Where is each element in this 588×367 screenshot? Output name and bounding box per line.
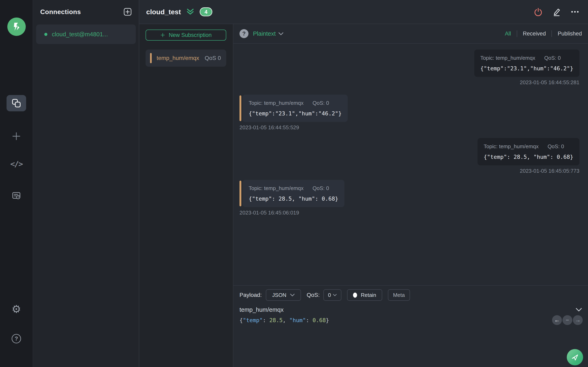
topic-input[interactable]: temp_hum/emqx [240,307,576,313]
message-timestamp: 2023-01-05 16:45:06:019 [240,210,299,216]
topic-row: temp_hum/emqx [240,305,582,314]
message-qos: QoS: 0 [544,55,561,61]
message-payload: {"temp":"23.1","hum":"46.2"} [480,65,573,72]
json-token: { [240,317,243,323]
message-bubble[interactable]: Topic: temp_hum/emqx QoS: 0 {"temp":"23.… [242,95,348,122]
filter-received[interactable]: Received [523,31,546,37]
json-token: 28.5 [269,317,283,323]
connections-panel: Connections cloud_test@m4801... [33,0,139,367]
filter-published[interactable]: Published [558,31,582,37]
json-token: , [283,317,289,323]
connection-status-dot [44,33,47,36]
message-color-bar [240,95,241,121]
message-count-badge: 4 [200,7,212,16]
filter-separator [517,30,517,37]
message-payload: {"temp":"23.1","hum":"46.2"} [249,110,342,117]
message-format-select[interactable]: Plaintext [253,30,283,37]
sidebar-item-connections[interactable] [7,95,26,111]
connection-list-item[interactable]: cloud_test@m4801... [36,25,136,44]
collapse-composer-icon[interactable] [576,308,582,312]
add-connection-button[interactable] [123,8,132,16]
mqttx-logo [7,17,26,36]
message-qos: QoS: 0 [312,185,329,192]
payload-editor[interactable]: {"temp": 28.5, "hum": 0.68} [240,317,582,323]
json-token: 0.68 [312,317,326,323]
message-bubble[interactable]: Topic: temp_hum/emqx QoS: 0 {"temp": 28.… [242,180,345,207]
history-prev-button[interactable]: ← [552,315,562,325]
retain-toggle[interactable]: Retain [347,289,382,301]
payload-format-label: Payload: [240,292,262,298]
message-topic: Topic: temp_hum/emqx [484,143,539,150]
message-list[interactable]: Topic: temp_hum/emqx QoS: 0 {"temp":"23.… [233,44,588,285]
plus-icon [160,33,165,38]
subscriptions-column: New Subscription temp_hum/emqx QoS 0 [139,24,233,367]
sidebar-item-settings[interactable]: ⚙ [12,303,21,315]
send-button[interactable] [567,349,583,365]
retain-dot-icon [353,292,357,298]
message-bubble[interactable]: Topic: temp_hum/emqx QoS: 0 {"temp":"23.… [474,50,579,77]
edit-connection-button[interactable] [552,7,562,17]
message-bubble[interactable]: Topic: temp_hum/emqx QoS: 0 {"temp": 28.… [477,138,579,165]
subscription-qos: QoS 0 [205,55,221,61]
collapse-panel-button[interactable] [186,8,194,16]
payload-format-select[interactable]: JSON [266,289,301,301]
history-clear-button[interactable]: − [562,315,572,325]
new-subscription-button[interactable]: New Subscription [146,30,226,41]
help-icon: ? [15,336,18,342]
subscription-topic: temp_hum/emqx [156,55,201,61]
retain-label: Retain [361,292,376,298]
mqttx-app: </> ⚙ ? Connections clou [0,0,588,367]
message-qos: QoS: 0 [548,143,564,150]
message-qos: QoS: 0 [312,100,329,106]
payload-format-help-icon[interactable]: ? [240,29,249,38]
message-received: Topic: temp_hum/emqx QoS: 0 {"temp":"23.… [240,95,579,131]
history-next-button[interactable]: → [573,315,583,325]
message-payload: {"temp": 28.5, "hum": 0.68} [484,154,573,160]
more-options-button[interactable] [570,7,580,17]
message-published: Topic: temp_hum/emqx QoS: 0 {"temp":"23.… [240,50,579,86]
workspace: cloud_test 4 [139,0,588,367]
filter-all[interactable]: All [505,31,511,37]
disconnect-button[interactable] [533,7,543,17]
meta-label: Meta [393,292,405,298]
messages-pane: ? Plaintext All Received Published [233,24,588,367]
message-timestamp: 2023-01-05 16:44:55:529 [240,124,299,131]
message-topic: Topic: temp_hum/emqx [249,185,303,192]
json-token: : [263,317,269,323]
message-format-value: Plaintext [253,30,276,37]
chevron-down-icon [333,294,337,296]
meta-button[interactable]: Meta [388,289,410,301]
sidebar-item-script[interactable]: </> [10,159,22,168]
chevron-down-icon [290,294,295,296]
chevron-down-icon [278,32,283,35]
power-icon [533,7,543,17]
connection-header: cloud_test 4 [139,0,588,24]
publish-toolbar: Payload: JSON QoS: 0 [240,289,582,301]
message-timestamp: 2023-01-05 16:45:05:773 [520,168,579,174]
gear-icon: ⚙ [12,303,21,315]
icon-rail: </> ⚙ ? [0,0,33,367]
json-token: : [306,317,312,323]
connection-name: cloud_test@m4801... [52,31,108,38]
publish-panel: Payload: JSON QoS: 0 [233,285,588,367]
history-nav: ← − → [552,315,583,325]
new-subscription-label: New Subscription [169,32,212,38]
sidebar-item-help[interactable]: ? [12,334,21,343]
plus-icon [12,132,21,141]
message-published: Topic: temp_hum/emqx QoS: 0 {"temp": 28.… [240,138,579,174]
payload-format-value: JSON [272,292,286,298]
json-token: } [326,317,329,323]
subscription-color-bar [150,53,152,63]
sidebar-item-new-connection[interactable] [12,132,21,141]
double-chevron-down-icon [186,8,194,16]
subscription-item[interactable]: temp_hum/emqx QoS 0 [146,50,226,67]
message-topic: Topic: temp_hum/emqx [249,100,303,106]
message-received: Topic: temp_hum/emqx QoS: 0 {"temp": 28.… [240,180,579,216]
page-title: cloud_test [146,8,181,16]
pencil-icon [552,7,562,17]
code-icon: </> [10,159,22,168]
sidebar-item-log[interactable] [11,191,21,201]
message-topic: Topic: temp_hum/emqx [480,55,535,61]
qos-select[interactable]: 0 [323,289,341,301]
json-token: "hum" [289,317,306,323]
